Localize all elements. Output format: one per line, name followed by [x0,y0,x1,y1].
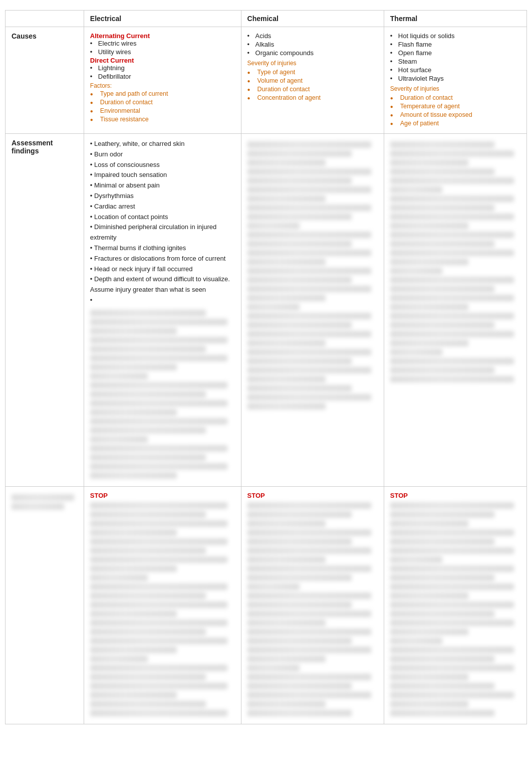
header-empty [6,11,84,27]
thermal-treatment-cell: STOP [384,486,526,724]
thermal-assessment-cell [384,134,526,487]
electrical-causes-cell: Alternating Current Electric wires Utili… [84,27,241,134]
thermal-item-4: Steam [390,58,520,65]
thermal-item-2: Flash flame [390,41,520,48]
thermal-items-list: Hot liquids or solids Flash flame Open f… [390,32,520,82]
factor-4: Tissue resistance [90,116,235,123]
chemical-assessment-cell [241,134,384,487]
thermal-item-1: Hot liquids or solids [390,32,520,40]
alternating-current-label: Alternating Current [90,32,150,40]
causes-label: Causes [6,27,84,134]
chem-sev-2: Volume of agent [247,77,378,84]
dc-item-2: Defibrillator [90,73,235,80]
page: Electrical Chemical Thermal Causes Alter… [0,0,532,780]
header-electrical: Electrical [84,11,241,27]
direct-current-label: Direct Current [90,57,134,64]
thermal-severity-label: Severity of injuries [390,85,520,92]
thermal-item-3: Open flame [390,49,520,57]
chem-severity-list: Type of agent Volume of agent Duration o… [247,69,378,101]
thermal-sev-1: Duration of contact [390,94,520,101]
thermal-sev-4: Age of patient [390,120,520,127]
chemical-treatment-cell: STOP [241,486,384,724]
electrical-treatment-stop: STOP [90,492,108,499]
thermal-item-5: Hot surface [390,66,520,74]
thermal-causes-cell: Hot liquids or solids Flash flame Open f… [384,27,526,134]
thermal-severity-list: Duration of contact Temperature of agent… [390,94,520,127]
ac-items-list: Electric wires Utility wires [90,40,235,56]
header-thermal: Thermal [384,11,526,27]
treatment-row-label [6,486,84,724]
chemical-items-list: Acids Alkalis Organic compounds [247,32,378,57]
assessment-row: Assessment findings • Leathery, white, o… [6,134,527,487]
thermal-sev-2: Temperature of agent [390,103,520,110]
chemical-causes-cell: Acids Alkalis Organic compounds Severity… [241,27,384,134]
chem-item-2: Alkalis [247,41,378,48]
electrical-treatment-cell: STOP [84,486,241,724]
treatment-label-blurred [12,494,78,510]
chemical-assessment-blurred [247,141,378,410]
chem-sev-1: Type of agent [247,69,378,76]
factors-label: Factors: [90,82,235,89]
factors-list: Type and path of current Duration of con… [90,90,235,123]
electrical-treatment-blurred [90,502,235,716]
chem-sev-4: Concentration of agent [247,94,378,101]
chem-sev-3: Duration of contact [247,86,378,93]
factor-3: Environmental [90,107,235,114]
factor-1: Type and path of current [90,90,235,97]
chem-item-1: Acids [247,32,378,40]
header-chemical: Chemical [241,11,384,27]
chemical-treatment-blurred [247,502,378,716]
causes-row: Causes Alternating Current Electric wire… [6,27,527,134]
thermal-assessment-blurred [390,141,520,382]
ac-item-2: Utility wires [90,48,235,56]
factor-2: Duration of contact [90,99,235,106]
electrical-assessment-blurred [90,310,235,479]
treatment-row: STOP [6,486,527,724]
dc-items-list: Lightning Defibrillator [90,64,235,80]
assessment-label: Assessment findings [6,134,84,487]
ac-item-1: Electric wires [90,40,235,47]
electrical-assessment-cell: • Leathery, white, or charred skin • Bur… [84,134,241,487]
thermal-treatment-stop: STOP [390,492,408,499]
chem-item-3: Organic compounds [247,49,378,57]
chemical-treatment-stop: STOP [247,492,265,499]
electrical-assessment-text: • Leathery, white, or charred skin • Bur… [90,139,235,306]
main-table: Electrical Chemical Thermal Causes Alter… [5,10,527,724]
thermal-sev-3: Amount of tissue exposed [390,111,520,118]
thermal-treatment-blurred [390,502,520,716]
thermal-item-6: Ultraviolet Rays [390,75,520,82]
dc-item-1: Lightning [90,64,235,72]
chem-severity-label: Severity of injuries [247,60,378,67]
